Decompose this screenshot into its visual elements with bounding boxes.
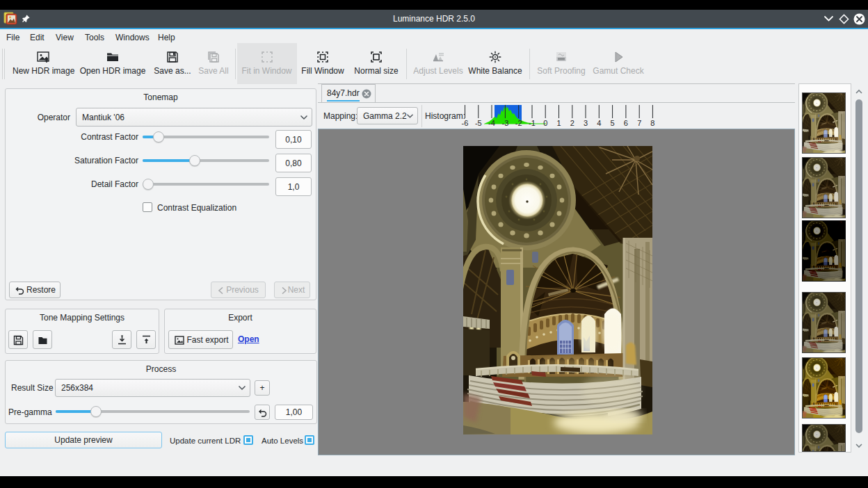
svg-text:2: 2	[570, 119, 574, 127]
svg-text:1: 1	[556, 119, 561, 127]
svg-text:4: 4	[597, 119, 601, 127]
svg-text:-4: -4	[488, 119, 495, 127]
svg-text:7: 7	[637, 119, 641, 127]
svg-text:6: 6	[624, 119, 628, 127]
svg-text:-6: -6	[462, 119, 469, 127]
svg-text:0: 0	[543, 119, 547, 127]
svg-text:3: 3	[584, 119, 588, 127]
svg-text:-3: -3	[502, 119, 509, 127]
svg-text:5: 5	[611, 119, 615, 127]
svg-text:-2: -2	[515, 119, 522, 127]
svg-text:-5: -5	[475, 119, 482, 127]
svg-text:-1: -1	[529, 119, 536, 127]
svg-text:8: 8	[650, 119, 654, 127]
